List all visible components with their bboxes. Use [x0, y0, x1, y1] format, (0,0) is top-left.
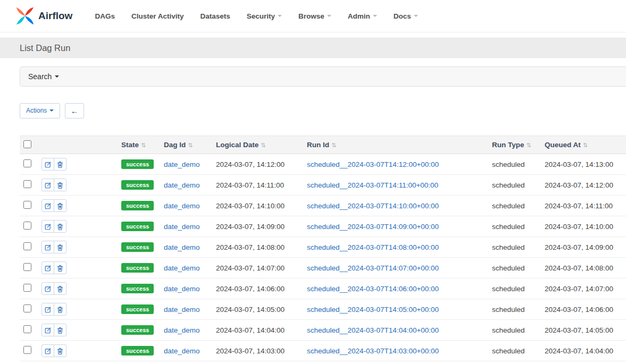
column-header-dag-id[interactable]: Dag Id⇅ — [164, 136, 216, 154]
row-checkbox[interactable] — [23, 346, 31, 354]
table-row: success date_demo 2024-03-07, 14:07:00 s… — [20, 258, 626, 278]
delete-row-button[interactable] — [54, 261, 66, 274]
run-type-cell: scheduled — [492, 278, 545, 299]
nav-item-security[interactable]: Security — [247, 12, 282, 20]
edit-icon — [45, 348, 52, 354]
edit-row-button[interactable] — [41, 158, 54, 171]
edit-icon — [45, 285, 52, 292]
edit-row-button[interactable] — [41, 241, 54, 253]
search-toggle[interactable]: Search — [20, 66, 626, 87]
actions-button[interactable]: Actions — [20, 103, 60, 118]
run-id-link[interactable]: scheduled__2024-03-07T14:11:00+00:00 — [307, 181, 438, 189]
delete-row-button[interactable] — [54, 241, 66, 253]
edit-row-button[interactable] — [41, 199, 54, 212]
dag-id-link[interactable]: date_demo — [164, 285, 200, 293]
logical-date-cell: 2024-03-07, 14:03:00 — [216, 341, 307, 361]
delete-row-button[interactable] — [54, 179, 66, 191]
sort-icon: ⇅ — [188, 142, 193, 148]
logical-date-cell: 2024-03-07, 14:06:00 — [216, 278, 307, 299]
edit-icon — [45, 265, 52, 272]
row-checkbox[interactable] — [23, 325, 31, 333]
airflow-brand[interactable]: Airflow — [15, 6, 72, 26]
run-type-cell: scheduled — [492, 299, 545, 320]
edit-row-button[interactable] — [41, 220, 54, 233]
brand-label: Airflow — [38, 10, 72, 22]
actions-column-header — [39, 136, 121, 154]
table-row: success date_demo 2024-03-07, 14:10:00 s… — [20, 196, 626, 216]
row-checkbox[interactable] — [23, 222, 31, 230]
trash-icon — [57, 306, 63, 313]
trash-icon — [57, 202, 63, 209]
delete-row-button[interactable] — [54, 282, 66, 295]
column-header-logical-date[interactable]: Logical Date⇅ — [216, 136, 307, 154]
dag-id-link[interactable]: date_demo — [164, 243, 200, 251]
nav-item-cluster-activity[interactable]: Cluster Activity — [131, 12, 184, 20]
row-checkbox[interactable] — [23, 159, 31, 167]
logical-date-cell: 2024-03-07, 14:07:00 — [216, 258, 307, 278]
row-checkbox[interactable] — [23, 263, 31, 271]
edit-row-button[interactable] — [41, 261, 54, 274]
table-row: success date_demo 2024-03-07, 14:11:00 s… — [20, 175, 626, 196]
dag-id-link[interactable]: date_demo — [164, 202, 200, 210]
edit-row-button[interactable] — [41, 179, 54, 191]
dag-id-link[interactable]: date_demo — [164, 181, 200, 189]
run-id-link[interactable]: scheduled__2024-03-07T14:03:00+00:00 — [307, 347, 439, 355]
queued-at-cell: 2024-03-07, 14:05:00 — [545, 320, 626, 341]
nav-item-datasets[interactable]: Datasets — [200, 12, 230, 20]
delete-row-button[interactable] — [54, 158, 66, 171]
run-id-link[interactable]: scheduled__2024-03-07T14:12:00+00:00 — [307, 160, 439, 168]
table-row: success date_demo 2024-03-07, 14:06:00 s… — [20, 278, 626, 299]
row-checkbox[interactable] — [23, 304, 31, 312]
dag-id-link[interactable]: date_demo — [164, 347, 200, 355]
column-header-run-id[interactable]: Run Id⇅ — [307, 136, 492, 154]
nav-item-dags[interactable]: DAGs — [95, 12, 115, 20]
logical-date-cell: 2024-03-07, 14:11:00 — [216, 175, 307, 196]
trash-icon — [57, 223, 63, 230]
trash-icon — [57, 182, 63, 189]
logical-date-cell: 2024-03-07, 14:04:00 — [216, 320, 307, 341]
delete-row-button[interactable] — [54, 303, 66, 316]
trash-icon — [57, 244, 63, 251]
caret-down-icon — [373, 15, 377, 17]
queued-at-cell: 2024-03-07, 14:04:00 — [545, 341, 626, 361]
row-checkbox[interactable] — [23, 284, 31, 292]
nav-item-browse[interactable]: Browse — [298, 12, 331, 20]
dag-id-link[interactable]: date_demo — [164, 160, 200, 168]
back-button[interactable]: ← — [65, 103, 84, 118]
run-id-link[interactable]: scheduled__2024-03-07T14:04:00+00:00 — [307, 326, 439, 334]
column-header-queued-at[interactable]: Queued At⇅ — [545, 136, 626, 154]
nav-item-docs[interactable]: Docs — [394, 12, 418, 20]
dag-id-link[interactable]: date_demo — [164, 306, 200, 314]
airflow-logo-icon — [15, 6, 35, 26]
delete-row-button[interactable] — [54, 324, 66, 336]
table-row: success date_demo 2024-03-07, 14:08:00 s… — [20, 237, 626, 258]
logical-date-cell: 2024-03-07, 14:10:00 — [216, 196, 307, 216]
run-type-cell: scheduled — [492, 341, 545, 361]
state-badge: success — [121, 263, 154, 273]
edit-row-button[interactable] — [41, 282, 54, 295]
run-id-link[interactable]: scheduled__2024-03-07T14:08:00+00:00 — [307, 243, 439, 251]
delete-row-button[interactable] — [54, 220, 66, 233]
queued-at-cell: 2024-03-07, 14:09:00 — [545, 237, 626, 258]
run-id-link[interactable]: scheduled__2024-03-07T14:09:00+00:00 — [307, 223, 439, 231]
run-id-link[interactable]: scheduled__2024-03-07T14:06:00+00:00 — [307, 285, 439, 293]
row-checkbox[interactable] — [23, 180, 31, 188]
run-id-link[interactable]: scheduled__2024-03-07T14:07:00+00:00 — [307, 264, 439, 272]
row-checkbox[interactable] — [23, 242, 31, 250]
column-header-run-type[interactable]: Run Type⇅ — [492, 136, 545, 154]
trash-icon — [57, 285, 63, 292]
nav-item-admin[interactable]: Admin — [348, 12, 377, 20]
dag-id-link[interactable]: date_demo — [164, 326, 200, 334]
select-all-checkbox[interactable] — [23, 140, 31, 148]
edit-row-button[interactable] — [41, 303, 54, 316]
column-header-state[interactable]: State⇅ — [121, 136, 164, 154]
dag-id-link[interactable]: date_demo — [164, 264, 200, 272]
delete-row-button[interactable] — [54, 344, 66, 357]
row-checkbox[interactable] — [23, 201, 31, 209]
delete-row-button[interactable] — [54, 199, 66, 212]
edit-row-button[interactable] — [41, 344, 54, 357]
run-id-link[interactable]: scheduled__2024-03-07T14:10:00+00:00 — [307, 202, 439, 210]
dag-id-link[interactable]: date_demo — [164, 223, 200, 231]
edit-row-button[interactable] — [41, 324, 54, 336]
run-id-link[interactable]: scheduled__2024-03-07T14:05:00+00:00 — [307, 306, 439, 314]
